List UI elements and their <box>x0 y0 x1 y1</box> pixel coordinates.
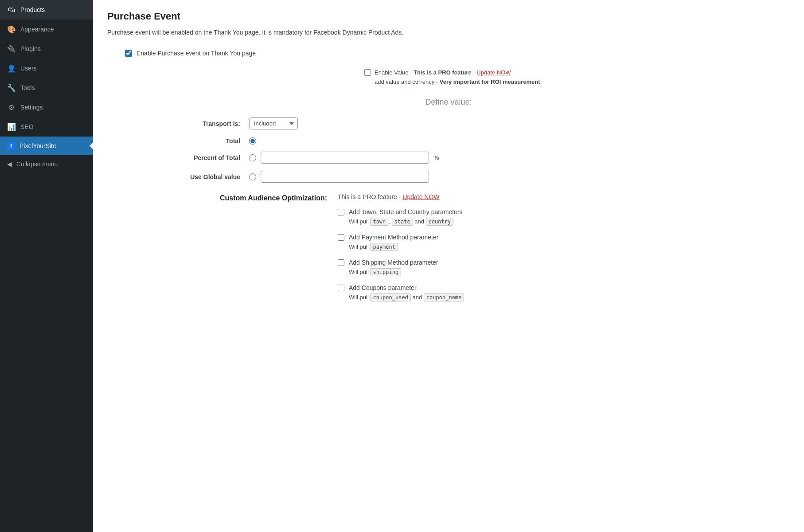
appearance-icon: 🎨 <box>7 25 16 34</box>
sidebar-item-products[interactable]: 🛍 Products <box>0 0 93 20</box>
total-radio[interactable] <box>249 137 256 145</box>
sidebar-item-pixelyoursite[interactable]: f PixelYourSite <box>0 137 93 155</box>
collapse-menu-button[interactable]: ◀ Collapse menu <box>0 155 93 173</box>
transport-control: Included Excluded <box>249 117 298 129</box>
enable-purchase-label[interactable]: Enable Purchase event on Thank You page <box>137 50 256 57</box>
sidebar-item-seo[interactable]: 📊 SEO <box>0 117 93 137</box>
sidebar-item-plugins[interactable]: 🔌 Plugins <box>0 39 93 59</box>
cao-item-desc-shipping: Will pull shipping <box>338 268 790 276</box>
enable-value-row: Enable Value - This is a PRO feature - U… <box>364 69 790 76</box>
sidebar-item-tools[interactable]: 🔧 Tools <box>0 78 93 98</box>
products-icon: 🛍 <box>7 5 16 14</box>
code-town: town <box>370 218 388 226</box>
cao-item-title-shipping: Add Shipping Method parameter <box>349 259 438 266</box>
cao-pro-line: This is a PRO feature - Update NOW <box>338 193 790 200</box>
code-state: state <box>392 218 413 226</box>
cao-row: Custom Audience Optimization: This is a … <box>107 193 790 309</box>
seo-icon: 📊 <box>7 122 16 131</box>
sidebar-item-label: Tools <box>20 84 35 91</box>
sidebar-item-label: PixelYourSite <box>20 142 56 149</box>
total-label: Total <box>160 137 249 145</box>
sidebar-item-users[interactable]: 👤 Users <box>0 59 93 78</box>
cao-item-title-coupons: Add Coupons parameter <box>349 284 417 291</box>
global-radio[interactable] <box>249 173 256 180</box>
sidebar-item-label: Plugins <box>20 45 41 52</box>
total-control <box>249 137 256 145</box>
sidebar-item-label: Settings <box>20 104 43 111</box>
enable-purchase-checkbox[interactable] <box>125 50 132 57</box>
code-country: country <box>426 218 454 226</box>
enable-purchase-row: Enable Purchase event on Thank You page <box>107 50 790 57</box>
global-label: Use Global value <box>160 173 249 180</box>
define-value-section: Define value: Transport is: Included Exc… <box>107 98 790 183</box>
code-coupon-used: coupon_used <box>370 293 410 301</box>
pixelyoursite-icon: f <box>7 142 15 150</box>
cao-item-header-town: Add Town, State and Country parameters <box>338 208 790 215</box>
cao-item-coupons: Add Coupons parameter Will pull coupon_u… <box>338 284 790 301</box>
cao-checkbox-payment[interactable] <box>338 234 344 241</box>
percent-label: Percent of Total <box>160 154 249 161</box>
cao-item-desc-town: Will pull town, state and country <box>338 218 790 226</box>
update-now-link-cao[interactable]: Update NOW <box>402 193 439 200</box>
cao-checkbox-coupons[interactable] <box>338 285 344 291</box>
value-description: add value and currency - Very important … <box>364 78 790 85</box>
cao-checkbox-town[interactable] <box>338 209 344 215</box>
sidebar-item-label: Users <box>20 65 37 72</box>
cao-checkbox-shipping[interactable] <box>338 259 344 266</box>
collapse-icon: ◀ <box>7 160 12 168</box>
global-row: Use Global value <box>107 171 790 183</box>
tools-icon: 🔧 <box>7 83 16 92</box>
transport-label: Transport is: <box>160 120 249 127</box>
cao-item-town: Add Town, State and Country parameters W… <box>338 208 790 226</box>
enable-value-section: Enable Value - This is a PRO feature - U… <box>107 69 790 85</box>
global-control <box>249 171 429 183</box>
page-description: Purchase event will be enabled on the Th… <box>107 27 790 37</box>
sidebar-item-appearance[interactable]: 🎨 Appearance <box>0 20 93 39</box>
sidebar-item-label: Appearance <box>20 26 54 33</box>
total-row: Total <box>107 137 790 145</box>
enable-value-checkbox[interactable] <box>364 69 371 76</box>
cao-item-title-town: Add Town, State and Country parameters <box>349 208 463 215</box>
page-title: Purchase Event <box>107 11 790 22</box>
plugins-icon: 🔌 <box>7 44 16 53</box>
cao-item-header-coupons: Add Coupons parameter <box>338 284 790 291</box>
active-indicator <box>90 142 93 149</box>
percent-symbol: % <box>433 154 439 161</box>
define-value-title: Define value: <box>107 98 790 107</box>
cao-item-desc-coupons: Will pull coupon_used and coupon_name <box>338 293 790 301</box>
percent-row: Percent of Total % <box>107 152 790 164</box>
sidebar: 🛍 Products 🎨 Appearance 🔌 Plugins 👤 User… <box>0 0 93 532</box>
cao-title: Custom Audience Optimization: <box>160 193 338 202</box>
transport-select[interactable]: Included Excluded <box>249 117 298 129</box>
percent-control: % <box>249 152 439 164</box>
update-now-link-value[interactable]: Update NOW <box>476 69 511 76</box>
global-input[interactable] <box>261 171 429 183</box>
cao-section: Custom Audience Optimization: This is a … <box>107 193 790 309</box>
users-icon: 👤 <box>7 64 16 73</box>
main-content: Purchase Event Purchase event will be en… <box>93 0 804 532</box>
settings-icon: ⚙ <box>7 103 16 112</box>
cao-item-payment: Add Payment Method parameter Will pull p… <box>338 234 790 251</box>
code-coupon-name: coupon_name <box>424 293 464 301</box>
transport-row: Transport is: Included Excluded <box>107 117 790 129</box>
percent-input[interactable] <box>261 152 429 164</box>
cao-item-header-shipping: Add Shipping Method parameter <box>338 259 790 266</box>
sidebar-item-label: SEO <box>20 123 34 130</box>
collapse-label: Collapse menu <box>16 160 58 168</box>
cao-item-desc-payment: Will pull payment <box>338 243 790 251</box>
enable-value-label: Enable Value - This is a PRO feature - U… <box>375 69 511 76</box>
sidebar-item-label: Products <box>20 6 45 13</box>
cao-content: This is a PRO feature - Update NOW Add T… <box>338 193 790 309</box>
code-shipping: shipping <box>370 268 401 276</box>
cao-item-header-payment: Add Payment Method parameter <box>338 234 790 241</box>
cao-item-title-payment: Add Payment Method parameter <box>349 234 438 241</box>
percent-radio[interactable] <box>249 154 256 161</box>
cao-item-shipping: Add Shipping Method parameter Will pull … <box>338 259 790 276</box>
sidebar-item-settings[interactable]: ⚙ Settings <box>0 98 93 117</box>
code-payment: payment <box>370 243 398 251</box>
